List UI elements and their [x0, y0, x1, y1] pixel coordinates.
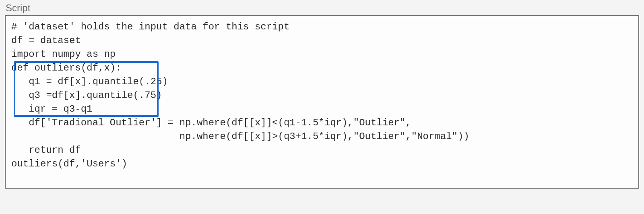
script-panel: Script # 'dataset' holds the input data …	[0, 0, 644, 196]
code-line[interactable]: return df	[11, 143, 633, 157]
code-line[interactable]: import numpy as np	[11, 48, 633, 61]
code-line[interactable]: def outliers(df,x):	[11, 61, 633, 75]
code-line[interactable]: df['Tradional Outlier'] = np.where(df[[x…	[11, 116, 633, 130]
code-line[interactable]: # 'dataset' holds the input data for thi…	[11, 20, 633, 34]
code-line[interactable]: outliers(df,'Users')	[11, 157, 633, 171]
code-line[interactable]: iqr = q3-q1	[11, 102, 633, 116]
code-line[interactable]: q1 = df[x].quantile(.25)	[11, 75, 633, 89]
code-line[interactable]: q3 =df[x].quantile(.75)	[11, 89, 633, 102]
script-editor[interactable]: # 'dataset' holds the input data for thi…	[5, 15, 639, 189]
code-line[interactable]: np.where(df[[x]]>(q3+1.5*iqr),"Outlier",…	[11, 130, 633, 143]
script-panel-label: Script	[6, 2, 639, 14]
code-line[interactable]: df = dataset	[11, 34, 633, 48]
